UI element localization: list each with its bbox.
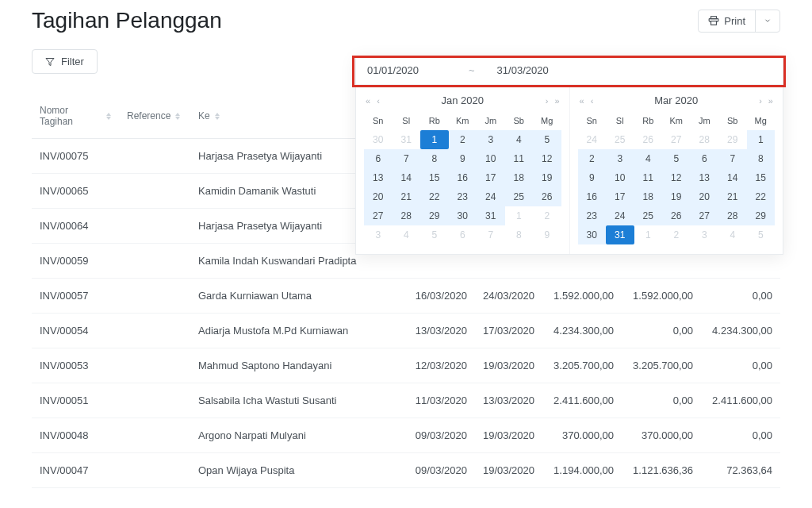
calendar-day[interactable]: 5	[747, 225, 776, 244]
calendar-day[interactable]: 22	[420, 187, 449, 206]
calendar-day[interactable]: 20	[364, 187, 393, 206]
calendar-day[interactable]: 3	[477, 130, 505, 149]
calendar-day[interactable]: 25	[606, 130, 634, 149]
calendar-day[interactable]: 26	[662, 206, 691, 225]
calendar-day[interactable]: 21	[718, 187, 747, 206]
print-dropdown[interactable]	[755, 10, 779, 32]
calendar-day[interactable]: 18	[634, 187, 663, 206]
calendar-day[interactable]: 8	[420, 149, 449, 168]
calendar-day[interactable]: 6	[691, 149, 719, 168]
filter-button[interactable]: Filter	[32, 49, 98, 74]
calendar-day[interactable]: 31	[606, 225, 634, 244]
calendar-day[interactable]: 15	[747, 168, 776, 187]
calendar-day[interactable]: 4	[393, 225, 421, 244]
calendar-day[interactable]: 4	[505, 130, 534, 149]
calendar-day[interactable]: 5	[420, 225, 449, 244]
next-month-icon[interactable]: ›	[546, 96, 549, 106]
calendar-day[interactable]: 15	[420, 168, 449, 187]
prev-year-icon[interactable]: «	[580, 96, 584, 106]
calendar-day[interactable]: 14	[393, 168, 421, 187]
calendar-day[interactable]: 19	[662, 187, 691, 206]
calendar-day[interactable]: 7	[477, 225, 505, 244]
calendar-day[interactable]: 29	[420, 206, 449, 225]
calendar-day[interactable]: 20	[691, 187, 719, 206]
date-start-input[interactable]	[367, 64, 446, 76]
calendar-day[interactable]: 24	[578, 130, 607, 149]
calendar-day[interactable]: 27	[691, 206, 719, 225]
calendar-day[interactable]: 17	[477, 168, 505, 187]
date-end-input[interactable]	[497, 64, 576, 76]
calendar-day[interactable]: 30	[578, 225, 607, 244]
calendar-day[interactable]: 26	[533, 187, 561, 206]
calendar-day[interactable]: 31	[393, 130, 421, 149]
table-row[interactable]: INV/00051Salsabila Icha Wastuti Susanti1…	[32, 383, 780, 418]
prev-month-icon[interactable]: ‹	[377, 96, 380, 106]
calendar-day[interactable]: 16	[449, 168, 477, 187]
calendar-day[interactable]: 6	[364, 149, 393, 168]
calendar-day[interactable]: 5	[662, 149, 691, 168]
calendar-day[interactable]: 19	[533, 168, 561, 187]
calendar-day[interactable]: 26	[634, 130, 663, 149]
next-year-icon[interactable]: »	[768, 96, 773, 106]
calendar-day[interactable]: 11	[634, 168, 663, 187]
calendar-day[interactable]: 2	[533, 206, 561, 225]
prev-month-icon[interactable]: ‹	[591, 96, 594, 106]
calendar-day[interactable]: 25	[505, 187, 534, 206]
calendar-day[interactable]: 1	[747, 130, 776, 149]
table-row[interactable]: INV/00053Mahmud Saptono Handayani12/03/2…	[32, 348, 780, 383]
table-row[interactable]: INV/00057Garda Kurniawan Utama16/03/2020…	[32, 279, 780, 314]
calendar-day[interactable]: 11	[505, 149, 534, 168]
calendar-day[interactable]: 7	[393, 149, 421, 168]
calendar-day[interactable]: 28	[718, 206, 747, 225]
calendar-day[interactable]: 17	[606, 187, 634, 206]
calendar-day[interactable]: 31	[477, 206, 505, 225]
calendar-day[interactable]: 25	[634, 206, 663, 225]
calendar-day[interactable]: 12	[662, 168, 691, 187]
next-month-icon[interactable]: ›	[759, 96, 762, 106]
calendar-day[interactable]: 3	[606, 149, 634, 168]
calendar-day[interactable]: 1	[634, 225, 663, 244]
calendar-day[interactable]: 30	[449, 206, 477, 225]
col-nomor[interactable]: Nomor Tagihan	[32, 94, 119, 139]
calendar-day[interactable]: 8	[505, 225, 534, 244]
calendar-day[interactable]: 10	[477, 149, 505, 168]
calendar-day[interactable]: 9	[533, 225, 561, 244]
calendar-day[interactable]: 29	[747, 206, 776, 225]
calendar-day[interactable]: 4	[718, 225, 747, 244]
calendar-day[interactable]: 5	[533, 130, 561, 149]
calendar-day[interactable]: 3	[691, 225, 719, 244]
calendar-day[interactable]: 24	[606, 206, 634, 225]
calendar-day[interactable]: 13	[364, 168, 393, 187]
table-row[interactable]: INV/00054Adiarja Mustofa M.Pd Kurniawan1…	[32, 314, 780, 348]
calendar-day[interactable]: 28	[393, 206, 421, 225]
calendar-day[interactable]: 3	[364, 225, 393, 244]
calendar-day[interactable]: 7	[718, 149, 747, 168]
calendar-day[interactable]: 8	[747, 149, 776, 168]
next-year-icon[interactable]: »	[554, 96, 559, 106]
calendar-day[interactable]: 2	[662, 225, 691, 244]
calendar-day[interactable]: 9	[578, 168, 607, 187]
print-button[interactable]: Print	[699, 10, 755, 32]
calendar-day[interactable]: 23	[449, 187, 477, 206]
table-row[interactable]: INV/00047Opan Wijaya Puspita09/03/202019…	[32, 453, 780, 488]
calendar-day[interactable]: 29	[718, 130, 747, 149]
calendar-day[interactable]: 14	[718, 168, 747, 187]
calendar-day[interactable]: 16	[578, 187, 607, 206]
calendar-day[interactable]: 12	[533, 149, 561, 168]
calendar-day[interactable]: 23	[578, 206, 607, 225]
calendar-day[interactable]: 22	[747, 187, 776, 206]
calendar-day[interactable]: 2	[449, 130, 477, 149]
calendar-day[interactable]: 27	[364, 206, 393, 225]
calendar-day[interactable]: 2	[578, 149, 607, 168]
calendar-day[interactable]: 6	[449, 225, 477, 244]
calendar-day[interactable]: 21	[393, 187, 421, 206]
calendar-day[interactable]: 9	[449, 149, 477, 168]
prev-year-icon[interactable]: «	[366, 96, 370, 106]
calendar-day[interactable]: 18	[505, 168, 534, 187]
col-reference[interactable]: Reference	[119, 94, 190, 139]
table-row[interactable]: INV/00048Argono Narpati Mulyani09/03/202…	[32, 418, 780, 453]
calendar-day[interactable]: 4	[634, 149, 663, 168]
calendar-day[interactable]: 1	[420, 130, 449, 149]
calendar-day[interactable]: 27	[662, 130, 691, 149]
calendar-day[interactable]: 13	[691, 168, 719, 187]
